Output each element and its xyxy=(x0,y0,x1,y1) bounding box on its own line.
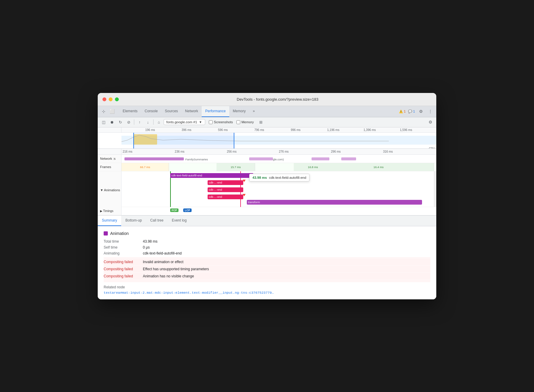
summary-title-text: Animation xyxy=(110,231,129,236)
anim-sub-0[interactable]: cdk-...-end xyxy=(208,180,243,185)
animating-row: Animating cdk-text-field-autofill-end xyxy=(104,251,430,255)
tab-event-log[interactable]: Event log xyxy=(168,216,191,226)
time-ruler-main: 216 ms 236 ms 256 ms 276 ms 296 ms 316 m… xyxy=(98,149,436,155)
node-link[interactable]: textarea#mat-input-2.mat-mdc-input-eleme… xyxy=(104,291,274,295)
traffic-lights xyxy=(102,97,119,101)
home-btn[interactable]: ⌂ xyxy=(155,118,162,126)
clear-btn[interactable]: ⊘ xyxy=(125,118,132,126)
selection-highlight[interactable] xyxy=(133,133,234,149)
net-bar-label: FamilySummaries xyxy=(185,158,208,161)
summary-panel: Animation Total time 43.98 ms Self time … xyxy=(98,226,436,299)
upload-btn[interactable]: ↑ xyxy=(136,118,143,126)
tab-sources[interactable]: Sources xyxy=(161,106,181,117)
timings-label: ▶ Timings xyxy=(98,207,121,215)
timings-row: ▶ Timings FCP LCP xyxy=(98,207,436,215)
ruler-mark-0: 196 ms xyxy=(145,128,182,132)
download-btn[interactable]: ↓ xyxy=(144,118,151,126)
tab-call-tree[interactable]: Call tree xyxy=(146,216,168,226)
time-mark-2: 256 ms xyxy=(226,150,278,153)
sidebar-toggle-btn[interactable]: ◫ xyxy=(100,118,107,126)
memory-check[interactable] xyxy=(236,120,240,124)
tab-bar-icons: ⊹ ⬜ xyxy=(100,108,116,115)
maximize-button[interactable] xyxy=(115,97,119,101)
target-dropdown-icon: ▾ xyxy=(200,120,201,124)
timeline-overview[interactable]: 196 ms 396 ms 596 ms 796 ms 996 ms 1,196… xyxy=(98,127,436,149)
animations-expand-icon[interactable]: ▼ xyxy=(100,188,103,192)
tab-memory[interactable]: Memory xyxy=(229,106,249,117)
perf-settings-icon[interactable]: ⚙ xyxy=(427,118,434,126)
animation-tooltip: 43.98 ms cdk-text-field-autofill-end xyxy=(249,174,309,181)
error-val-1: Effect has unsupported timing parameters xyxy=(143,267,209,271)
memory-checkbox[interactable]: Memory xyxy=(236,120,254,124)
error-row-0: Compositing failed Invalid animation or … xyxy=(104,259,430,265)
anim-sub-1-label: cdk-...-end xyxy=(209,188,222,191)
red-triangle-0 xyxy=(243,180,246,182)
screenshots-check[interactable] xyxy=(209,120,213,124)
close-button[interactable] xyxy=(102,97,106,101)
warning-badge[interactable]: ⚠️ 1 xyxy=(399,110,406,113)
animations-content[interactable]: cdk-text-field-autofill-end cdk-...-end … xyxy=(121,171,434,207)
cpu-label: CPU xyxy=(429,147,435,149)
info-badge[interactable]: 💬 1 xyxy=(408,110,415,113)
self-time-label: Self time xyxy=(104,245,139,249)
tooltip-time: 43.98 ms xyxy=(252,176,267,179)
screenshots-checkbox[interactable]: Screenshots xyxy=(209,120,233,124)
separator-2 xyxy=(153,119,154,125)
transform-bar[interactable]: transform xyxy=(247,200,422,205)
summary-title: Animation xyxy=(104,231,430,236)
error-key-1: Compositing failed xyxy=(104,267,139,271)
minimize-button[interactable] xyxy=(109,97,113,101)
frames-label: Frames xyxy=(98,163,121,171)
ruler-mark-2: 596 ms xyxy=(218,128,255,132)
errors-section: Compositing failed Invalid animation or … xyxy=(104,257,430,282)
anim-sub-2[interactable]: cdk-...-end xyxy=(208,195,243,199)
inspect-icon[interactable]: ⊹ xyxy=(100,108,107,115)
tab-summary[interactable]: Summary xyxy=(98,216,121,226)
checkboxes: Screenshots Memory ⊞ xyxy=(209,118,264,126)
frames-content[interactable]: 66.7 ms 15.7 ms 16.8 ms 16.5 ms 17.0 ms xyxy=(121,163,434,171)
time-mark-3: 276 ms xyxy=(278,150,330,153)
tab-bottom-up[interactable]: Bottom-up xyxy=(121,216,146,226)
network-content[interactable]: FamilySummaries gle.com) xyxy=(121,155,434,163)
anim-main-bar[interactable]: cdk-text-field-autofill-end xyxy=(170,173,253,178)
refresh-btn[interactable]: ↻ xyxy=(117,118,124,126)
ruler-mark-7: 1,596 ms xyxy=(400,128,437,132)
related-node-section: Related node textarea#mat-input-2.mat-md… xyxy=(104,285,430,295)
memory-icon[interactable]: ⊞ xyxy=(257,118,264,126)
tab-network[interactable]: Network xyxy=(181,106,202,117)
tab-performance[interactable]: Performance xyxy=(202,106,229,117)
animations-label-text: Animations xyxy=(104,188,120,192)
anim-sub-1[interactable]: cdk-...-end xyxy=(208,187,243,192)
animations-row: ▼ Animations cdk-text-field-autofill-end… xyxy=(98,171,436,207)
info-count: 1 xyxy=(413,110,415,113)
screenshots-label: Screenshots xyxy=(214,120,233,124)
timeline-main: 216 ms 236 ms 256 ms 276 ms 296 ms 316 m… xyxy=(98,149,436,216)
timings-expand-icon[interactable]: ▶ xyxy=(100,209,102,213)
scrollbar3 xyxy=(434,171,436,207)
error-key-0: Compositing failed xyxy=(104,260,139,264)
ruler-mark-1: 396 ms xyxy=(182,128,218,132)
separator-1 xyxy=(134,119,134,125)
device-icon[interactable]: ⬜ xyxy=(108,108,116,115)
tab-console[interactable]: Console xyxy=(141,106,161,117)
frame-val-1: 15.7 ms xyxy=(231,165,241,169)
overview-chart[interactable]: CPU NET xyxy=(98,133,436,149)
record-btn[interactable]: ⏺ xyxy=(108,118,116,126)
net-bar-google-label: gle.com) xyxy=(273,158,284,161)
transform-label: transform xyxy=(248,200,260,204)
settings-icon[interactable]: ⚙ xyxy=(417,108,424,115)
timings-label-text: Timings xyxy=(103,209,113,213)
memory-label: Memory xyxy=(241,120,254,124)
frames-row: Frames 66.7 ms 15.7 ms 16.8 ms 16.5 ms xyxy=(98,163,436,171)
more-icon[interactable]: ⋮ xyxy=(427,108,434,115)
timings-content[interactable]: FCP LCP xyxy=(121,207,434,215)
animating-label: Animating xyxy=(104,251,139,255)
tab-elements[interactable]: Elements xyxy=(119,106,141,117)
devtools-container: ⊹ ⬜ Elements Console Sources Network Per… xyxy=(98,106,436,299)
target-selector[interactable]: fonts.google.com #1 ▾ xyxy=(164,119,205,125)
title-bar: DevTools - fonts.google.com/?preview.siz… xyxy=(98,93,436,106)
network-row: Network :s FamilySummaries gle.com) xyxy=(98,155,436,163)
time-ruler-label xyxy=(98,149,121,154)
tab-more[interactable]: » xyxy=(249,106,258,117)
frame-val-0: 66.7 ms xyxy=(140,165,150,169)
